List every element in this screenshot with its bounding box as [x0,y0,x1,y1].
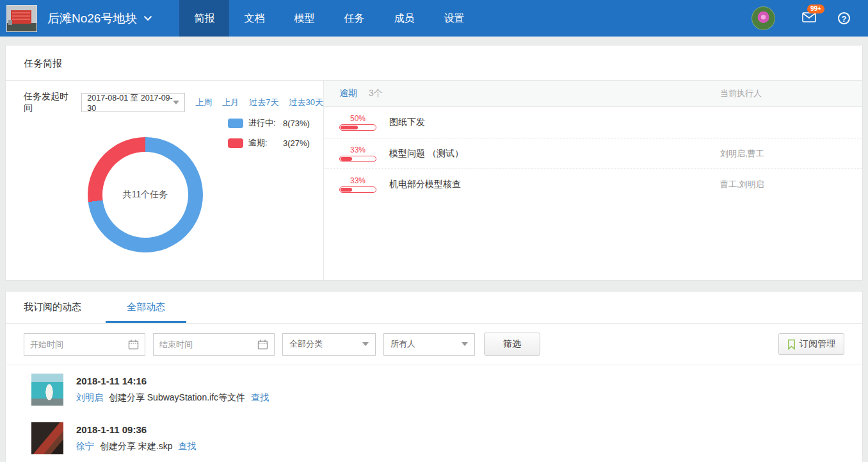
mail-icon [802,12,816,22]
quick-link-last-week[interactable]: 上周 [195,97,212,108]
date-filter-row: 任务发起时间 2017-08-01 至 2017-09-30 上周 上月 过去7… [6,81,323,114]
quick-link-last-month[interactable]: 上月 [222,97,239,108]
task-row[interactable]: 33% 机电部分模型核查 曹工,刘明启 [324,169,862,199]
project-switcher[interactable]: 后滩No26号地块 [47,10,152,27]
end-time-input[interactable] [159,340,257,349]
project-name: 后滩No26号地块 [47,10,137,27]
bookmark-icon [787,339,796,350]
feed-avatar[interactable] [31,422,63,454]
start-time-field[interactable] [24,333,145,356]
tab-my-subscribed-activity[interactable]: 我订阅的动态 [24,292,81,323]
task-brief-title: 任务简报 [6,45,862,81]
task-chart-panel: 任务发起时间 2017-08-01 至 2017-09-30 上周 上月 过去7… [6,81,324,280]
calendar-icon[interactable] [257,339,268,350]
nav-tab-members[interactable]: 成员 [379,0,429,37]
overdue-header: 逾期 3个 当前执行人 [324,81,862,107]
category-select-value: 全部分类 [289,338,323,350]
messages-button[interactable]: 99+ [802,12,816,25]
person-select[interactable]: 所有人 [383,333,475,356]
feed-user-link[interactable]: 徐宁 [76,441,94,451]
legend-item-in-progress: 进行中: 8(73%) [228,117,310,129]
message-count-badge: 99+ [807,4,824,13]
main-nav: 简报 文档 模型 任务 成员 设置 [179,0,479,37]
activity-feed: 2018-1-11 14:16 刘明启 创建分享 SubwayStation.i… [6,374,862,454]
overdue-task-panel: 逾期 3个 当前执行人 50% 图纸下发 33% 模型问题 （测试） 刘明启,曹… [324,81,862,280]
task-name[interactable]: 模型问题 （测试） [389,148,463,160]
feed-timestamp: 2018-1-11 09:36 [76,424,196,435]
date-filter-label: 任务发起时间 [24,91,76,114]
task-row[interactable]: 33% 模型问题 （测试） 刘明启,曹工 [324,138,862,169]
caret-down-icon [362,342,369,346]
nav-tab-tasks[interactable]: 任务 [329,0,379,37]
activity-card: 我订阅的动态 全部动态 全部分类 所有人 [5,291,863,462]
quick-link-past-7-days[interactable]: 过去7天 [249,97,278,108]
progress-bar [339,156,376,162]
user-avatar[interactable] [751,6,775,30]
activity-tabs: 我订阅的动态 全部动态 [6,292,862,324]
legend-swatch-red [228,138,243,148]
date-range-value: 2017-08-01 至 2017-09-30 [87,93,173,113]
calendar-icon[interactable] [128,339,139,350]
category-select[interactable]: 全部分类 [282,333,376,356]
app-header: 后滩No26号地块 简报 文档 模型 任务 成员 设置 99+ ? [0,0,868,37]
task-name[interactable]: 机电部分模型核查 [389,179,461,190]
nav-tab-brief[interactable]: 简报 [179,0,229,37]
task-progress: 33% [339,176,376,193]
task-progress: 50% [339,114,376,131]
feed-item: 2018-1-11 14:16 刘明启 创建分享 SubwayStation.i… [31,374,862,406]
task-brief-body: 任务发起时间 2017-08-01 至 2017-09-30 上周 上月 过去7… [6,81,862,280]
subscription-manage-button[interactable]: 订阅管理 [778,333,844,355]
project-logo [6,5,37,32]
person-select-value: 所有人 [390,338,415,350]
activity-filter-row: 全部分类 所有人 筛选 订阅管理 [6,324,862,365]
feed-timestamp: 2018-1-11 14:16 [76,375,269,386]
overdue-label[interactable]: 逾期 [339,88,357,99]
chevron-down-icon [143,15,152,21]
end-time-field[interactable] [153,333,275,356]
nav-tab-settings[interactable]: 设置 [429,0,479,37]
date-range-select[interactable]: 2017-08-01 至 2017-09-30 [81,93,185,112]
tab-all-activity[interactable]: 全部动态 [106,292,186,323]
feed-text: 刘明启 创建分享 SubwayStation.ifc等文件 查找 [76,392,269,404]
quick-link-past-30-days[interactable]: 过去30天 [289,97,323,108]
feed-avatar[interactable] [31,374,63,406]
feed-text: 徐宁 创建分享 宋建.skp 查找 [76,441,196,452]
help-icon[interactable]: ? [838,12,850,24]
nav-tab-models[interactable]: 模型 [279,0,329,37]
task-executors: 刘明启,曹工 [720,148,847,160]
task-brief-card: 任务简报 任务发起时间 2017-08-01 至 2017-09-30 上周 上… [5,45,863,281]
start-time-input[interactable] [30,340,128,349]
progress-bar [339,186,376,193]
header-right: 99+ ? [751,6,868,30]
legend-item-overdue: 逾期: 3(27%) [228,137,310,149]
chart-legend: 进行中: 8(73%) 逾期: 3(27%) [228,117,310,157]
legend-swatch-blue [228,119,243,128]
task-name[interactable]: 图纸下发 [389,117,425,128]
executor-column-header: 当前执行人 [720,88,847,99]
progress-bar [339,124,376,131]
overdue-count: 3个 [369,88,383,99]
filter-button[interactable]: 筛选 [484,333,540,356]
feed-find-link[interactable]: 查找 [251,392,269,402]
feed-find-link[interactable]: 查找 [178,441,196,451]
task-progress: 33% [339,145,376,162]
feed-action-text: 创建分享 SubwayStation.ifc等文件 [109,392,245,402]
caret-down-icon [462,342,468,346]
feed-content: 2018-1-11 09:36 徐宁 创建分享 宋建.skp 查找 [76,422,196,454]
feed-user-link[interactable]: 刘明启 [76,392,103,402]
feed-item: 2018-1-11 09:36 徐宁 创建分享 宋建.skp 查找 [31,422,862,454]
donut-center-label: 共11个任务 [88,137,203,252]
caret-down-icon [173,101,179,104]
task-row[interactable]: 50% 图纸下发 [324,107,862,138]
nav-tab-documents[interactable]: 文档 [229,0,279,37]
feed-action-text: 创建分享 宋建.skp [100,441,173,451]
task-executors: 曹工,刘明启 [720,179,847,190]
feed-content: 2018-1-11 14:16 刘明启 创建分享 SubwayStation.i… [76,374,269,406]
